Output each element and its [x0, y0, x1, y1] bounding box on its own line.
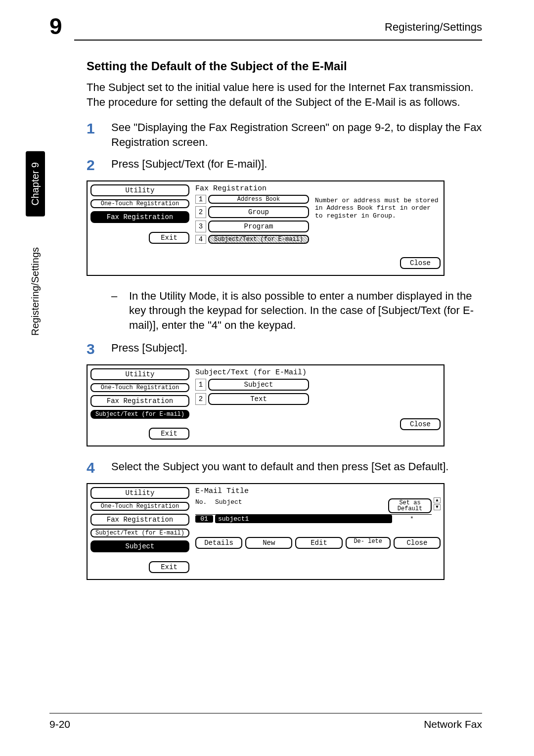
close-button[interactable]: Close	[400, 257, 441, 269]
step-number: 3	[87, 341, 111, 357]
fax-registration-button[interactable]: Fax Registration	[90, 514, 189, 526]
panel-title: E-Mail Title	[195, 487, 441, 495]
step-number: 2	[87, 157, 111, 174]
ui-panel-fax-registration: Utility One-Touch Registration Fax Regis…	[87, 180, 445, 276]
table-row[interactable]: 01 subject1 *	[195, 515, 432, 523]
one-touch-registration-button[interactable]: One-Touch Registration	[90, 383, 189, 392]
info-text: Number or address must be stored in Addr…	[313, 195, 441, 222]
group-button[interactable]: Group	[208, 206, 309, 218]
one-touch-registration-button[interactable]: One-Touch Registration	[90, 199, 189, 208]
table-header: No. Subject Set as Default	[195, 497, 432, 515]
item-index: 2	[195, 206, 206, 218]
step-2-note: – In the Utility Mode, it is also possib…	[111, 289, 482, 333]
ui-panel-email-title: Utility One-Touch Registration Fax Regis…	[87, 483, 445, 580]
utility-button[interactable]: Utility	[90, 368, 189, 380]
section-heading: Setting the Default of the Subject of th…	[87, 59, 482, 73]
delete-button[interactable]: De- lete	[346, 537, 391, 549]
exit-button[interactable]: Exit	[149, 561, 189, 573]
step-number: 4	[87, 459, 111, 476]
fax-registration-button[interactable]: Fax Registration	[90, 395, 189, 407]
row-subject: subject1	[215, 515, 392, 523]
page-number: 9-20	[49, 718, 70, 730]
text-button[interactable]: Text	[208, 393, 309, 405]
item-index: 3	[195, 221, 206, 232]
subject-text-email-button[interactable]: Subject/Text (for E-mail)	[208, 235, 309, 244]
utility-button[interactable]: Utility	[90, 487, 189, 499]
ui-panel-subject-text: Utility One-Touch Registration Fax Regis…	[87, 364, 445, 446]
scrollbar[interactable]: ▲ ▼	[434, 497, 441, 523]
intro-paragraph: The Subject set to the initial value her…	[87, 80, 482, 109]
header-rule	[74, 40, 482, 41]
step-2: 2 Press [Subject/Text (for E-mail)].	[87, 157, 482, 174]
footer-rule	[49, 713, 482, 713]
subject-text-email-button[interactable]: Subject/Text (for E-mail)	[90, 410, 189, 419]
note-text: In the Utility Mode, it is also possible…	[129, 289, 482, 333]
col-subject: Subject	[215, 498, 388, 513]
item-index: 2	[195, 393, 206, 405]
subject-button[interactable]: Subject	[90, 540, 189, 552]
col-no: No.	[195, 498, 215, 513]
row-default-mark: *	[392, 515, 432, 523]
utility-button[interactable]: Utility	[90, 184, 189, 196]
step-number: 1	[87, 120, 111, 137]
one-touch-registration-button[interactable]: One-Touch Registration	[90, 502, 189, 511]
set-as-default-button[interactable]: Set as Default	[388, 498, 432, 513]
exit-button[interactable]: Exit	[149, 232, 189, 244]
side-tab-section: Registering/Settings	[26, 242, 45, 341]
row-no: 01	[195, 515, 213, 523]
address-book-button[interactable]: Address Book	[208, 195, 309, 204]
step-3: 3 Press [Subject].	[87, 341, 482, 357]
item-index: 1	[195, 195, 206, 204]
new-button[interactable]: New	[245, 537, 292, 549]
step-text: Press [Subject].	[111, 341, 187, 356]
exit-button[interactable]: Exit	[149, 428, 189, 440]
header-title: Registering/Settings	[385, 21, 482, 34]
scroll-down-icon[interactable]: ▼	[434, 504, 441, 510]
footer-title: Network Fax	[424, 718, 482, 730]
details-button[interactable]: Details	[195, 537, 242, 549]
subject-text-email-button[interactable]: Subject/Text (for E-mail)	[90, 529, 189, 537]
side-tab-chapter: Chapter 9	[26, 151, 45, 217]
fax-registration-button[interactable]: Fax Registration	[90, 211, 189, 223]
subject-button[interactable]: Subject	[208, 379, 309, 391]
step-text: Press [Subject/Text (for E-mail)].	[111, 157, 267, 172]
edit-button[interactable]: Edit	[295, 537, 342, 549]
close-button[interactable]: Close	[394, 537, 441, 549]
scroll-up-icon[interactable]: ▲	[434, 497, 441, 503]
panel-title: Subject/Text (for E-Mail)	[195, 368, 441, 377]
step-4: 4 Select the Subject you want to default…	[87, 459, 482, 476]
item-index: 1	[195, 379, 206, 391]
step-text: See "Displaying the Fax Registration Scr…	[111, 120, 482, 149]
chapter-number: 9	[49, 13, 62, 40]
step-text: Select the Subject you want to default a…	[111, 459, 448, 474]
program-button[interactable]: Program	[208, 221, 309, 232]
close-button[interactable]: Close	[400, 418, 441, 430]
item-index: 4	[195, 235, 206, 244]
step-1: 1 See "Displaying the Fax Registration S…	[87, 120, 482, 149]
panel-title: Fax Registration	[195, 184, 441, 193]
